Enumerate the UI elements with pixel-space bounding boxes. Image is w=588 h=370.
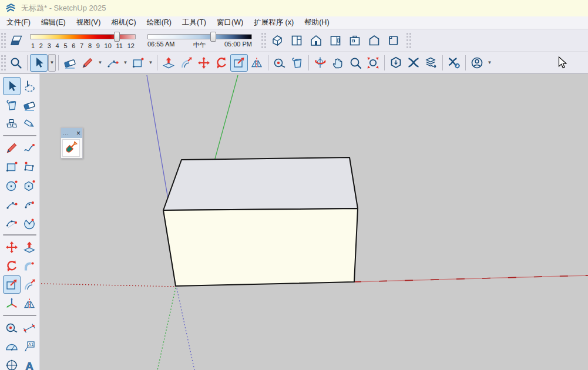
shadow-date-track[interactable] bbox=[30, 34, 136, 39]
arc-2pt-button[interactable] bbox=[104, 54, 122, 72]
line-button[interactable] bbox=[3, 139, 21, 157]
rectangle-button[interactable] bbox=[129, 54, 147, 72]
zoom-extents-button[interactable] bbox=[364, 54, 382, 72]
menu-item-help[interactable]: 帮助(H) bbox=[299, 16, 334, 29]
dimension-button[interactable] bbox=[21, 318, 38, 337]
account-button[interactable] bbox=[468, 54, 486, 72]
3d-warehouse-button[interactable] bbox=[387, 54, 405, 72]
menu-item-file[interactable]: 文件(F) bbox=[1, 16, 36, 29]
iso-view-button[interactable] bbox=[267, 31, 287, 50]
scale-button[interactable] bbox=[3, 275, 21, 294]
shadow-date-slider[interactable]: 123456789101112 bbox=[30, 31, 136, 50]
box-top-face[interactable] bbox=[163, 157, 358, 210]
extension-manager-button[interactable] bbox=[445, 54, 463, 72]
left-view-button[interactable] bbox=[364, 31, 384, 50]
extension-warehouse-button[interactable] bbox=[405, 54, 422, 72]
front-view-button[interactable] bbox=[306, 31, 325, 50]
orbit-button[interactable] bbox=[311, 54, 329, 72]
shovel-tool-button[interactable] bbox=[62, 139, 80, 157]
flip-button[interactable] bbox=[248, 54, 266, 72]
text-button[interactable]: A1 bbox=[21, 337, 38, 355]
polygon-button[interactable] bbox=[21, 176, 38, 194]
shadow-date-handle[interactable] bbox=[114, 32, 120, 42]
zoom-button[interactable] bbox=[347, 54, 364, 72]
menu-item-window[interactable]: 窗口(W) bbox=[211, 16, 248, 29]
follow-me-button[interactable] bbox=[21, 257, 38, 275]
move-button[interactable] bbox=[3, 238, 21, 256]
pie-button[interactable] bbox=[21, 214, 38, 232]
drawing-canvas[interactable]: ... × bbox=[40, 74, 588, 370]
menu-item-extensions[interactable]: 扩展程序 (x) bbox=[248, 16, 299, 29]
share-model-button[interactable] bbox=[422, 54, 440, 72]
toolbar-grip[interactable] bbox=[1, 33, 6, 48]
offset-button[interactable] bbox=[177, 54, 195, 72]
toolbar-grip[interactable] bbox=[1, 55, 6, 70]
palette-close-icon[interactable]: × bbox=[76, 130, 80, 137]
component-button[interactable] bbox=[3, 115, 21, 133]
rectangle-button[interactable] bbox=[3, 157, 21, 176]
paint-bucket-button[interactable] bbox=[3, 96, 21, 114]
push-pull-button[interactable] bbox=[21, 238, 38, 256]
rotate-button[interactable] bbox=[213, 54, 230, 72]
shadow-time-slider[interactable]: 06:55 AM 中午 05:00 PM bbox=[147, 31, 252, 50]
select-button[interactable] bbox=[30, 54, 48, 72]
shadow-toolbar: 123456789101112 06:55 AM 中午 05:00 PM bbox=[0, 29, 588, 52]
palette-grip[interactable]: ... bbox=[63, 132, 69, 134]
freehand-button[interactable] bbox=[21, 139, 38, 157]
tape-measure-button[interactable] bbox=[3, 318, 21, 337]
arc-2pt-button[interactable] bbox=[3, 195, 21, 213]
menu-item-draw[interactable]: 绘图(R) bbox=[142, 16, 177, 29]
toolbar-grip[interactable] bbox=[261, 33, 266, 48]
rotated-rectangle-button[interactable] bbox=[21, 157, 38, 176]
arc-center-button[interactable] bbox=[21, 195, 38, 213]
toolbar-separator bbox=[3, 315, 36, 316]
menu-item-view[interactable]: 视图(V) bbox=[71, 16, 106, 29]
right-view-button[interactable] bbox=[325, 31, 345, 50]
select-button[interactable] bbox=[3, 77, 21, 95]
arc-center-icon bbox=[22, 197, 36, 211]
axes-button[interactable] bbox=[3, 294, 21, 312]
tag-button[interactable] bbox=[21, 115, 38, 133]
shadow-toggle-button[interactable] bbox=[7, 31, 26, 50]
offset-button[interactable] bbox=[21, 275, 38, 294]
arc-2pt-dropdown[interactable]: ▼ bbox=[122, 54, 129, 72]
circle-button[interactable] bbox=[3, 176, 21, 194]
line-dropdown[interactable]: ▼ bbox=[96, 54, 104, 72]
search-button[interactable] bbox=[7, 54, 25, 72]
add-location-button[interactable] bbox=[3, 356, 21, 370]
flip-button[interactable] bbox=[21, 294, 38, 312]
toolbar-separator bbox=[465, 55, 466, 70]
lasso-icon bbox=[22, 79, 36, 93]
eraser-button[interactable] bbox=[21, 96, 38, 114]
top-view-button[interactable] bbox=[287, 31, 306, 50]
move-button[interactable] bbox=[195, 54, 213, 72]
paint-bucket-button[interactable] bbox=[288, 54, 306, 72]
box-front-face[interactable] bbox=[163, 208, 358, 286]
pan-button[interactable] bbox=[329, 54, 347, 72]
toolbar-grip[interactable] bbox=[406, 33, 411, 48]
blue-axis-line bbox=[147, 75, 169, 206]
rectangle-dropdown[interactable]: ▼ bbox=[147, 54, 154, 72]
protractor-button[interactable] bbox=[3, 337, 21, 355]
tape-measure-button[interactable] bbox=[271, 54, 288, 72]
select-dropdown[interactable]: ▼ bbox=[48, 54, 56, 72]
line-button[interactable] bbox=[79, 54, 96, 72]
main-toolbar: ▼▼▼▼▼ bbox=[0, 52, 588, 74]
scale-button[interactable] bbox=[230, 54, 248, 72]
extension-manager-icon bbox=[447, 56, 461, 70]
eraser-button[interactable] bbox=[61, 54, 79, 72]
paint-bucket-icon bbox=[5, 98, 19, 112]
palette-title-bar[interactable]: ... × bbox=[61, 128, 82, 138]
rotate-button[interactable] bbox=[3, 257, 21, 275]
account-dropdown[interactable]: ▼ bbox=[486, 54, 493, 72]
lasso-button[interactable] bbox=[21, 77, 38, 95]
text-3d-button[interactable]: A bbox=[21, 356, 38, 370]
shadow-time-track[interactable] bbox=[147, 34, 252, 39]
bottom-view-button[interactable] bbox=[384, 31, 403, 50]
menu-item-camera[interactable]: 相机(C) bbox=[106, 16, 141, 29]
back-view-button[interactable] bbox=[345, 31, 364, 50]
push-pull-button[interactable] bbox=[160, 54, 177, 72]
menu-item-tools[interactable]: 工具(T) bbox=[177, 16, 211, 29]
menu-item-edit[interactable]: 编辑(E) bbox=[36, 16, 71, 29]
arc-3pt-button[interactable] bbox=[3, 214, 21, 232]
